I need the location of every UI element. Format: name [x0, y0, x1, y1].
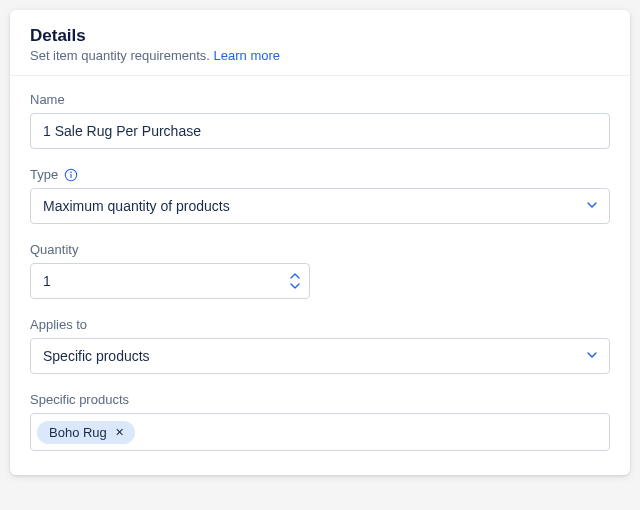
applies-to-label: Applies to	[30, 317, 87, 332]
card-title: Details	[30, 26, 610, 46]
type-value: Maximum quantity of products	[43, 198, 230, 214]
info-icon[interactable]	[64, 168, 78, 182]
quantity-label: Quantity	[30, 242, 78, 257]
stepper-up-icon[interactable]	[288, 271, 302, 281]
applies-to-field: Applies to Specific products	[30, 317, 610, 374]
type-field: Type Maximum quantity of products	[30, 167, 610, 224]
product-tag: Boho Rug ✕	[37, 421, 135, 444]
applies-to-select[interactable]: Specific products	[30, 338, 610, 374]
name-label: Name	[30, 92, 65, 107]
card-body: Name Type Maximum quantity of products	[10, 76, 630, 451]
name-field: Name	[30, 92, 610, 149]
learn-more-link[interactable]: Learn more	[214, 48, 280, 63]
product-tag-label: Boho Rug	[49, 425, 107, 440]
type-label: Type	[30, 167, 58, 182]
specific-products-field: Specific products Boho Rug ✕	[30, 392, 610, 451]
specific-products-label: Specific products	[30, 392, 129, 407]
name-input[interactable]	[30, 113, 610, 149]
details-card: Details Set item quantity requirements. …	[10, 10, 630, 475]
stepper-down-icon[interactable]	[288, 281, 302, 291]
quantity-stepper	[288, 271, 302, 291]
quantity-field: Quantity	[30, 242, 610, 299]
subtitle-text: Set item quantity requirements.	[30, 48, 214, 63]
card-subtitle: Set item quantity requirements. Learn mo…	[30, 48, 610, 63]
specific-products-input[interactable]: Boho Rug ✕	[30, 413, 610, 451]
card-header: Details Set item quantity requirements. …	[10, 10, 630, 76]
quantity-input[interactable]	[30, 263, 310, 299]
svg-point-1	[70, 171, 72, 173]
svg-rect-2	[71, 173, 72, 177]
close-icon[interactable]: ✕	[113, 425, 127, 439]
type-select[interactable]: Maximum quantity of products	[30, 188, 610, 224]
applies-to-value: Specific products	[43, 348, 150, 364]
